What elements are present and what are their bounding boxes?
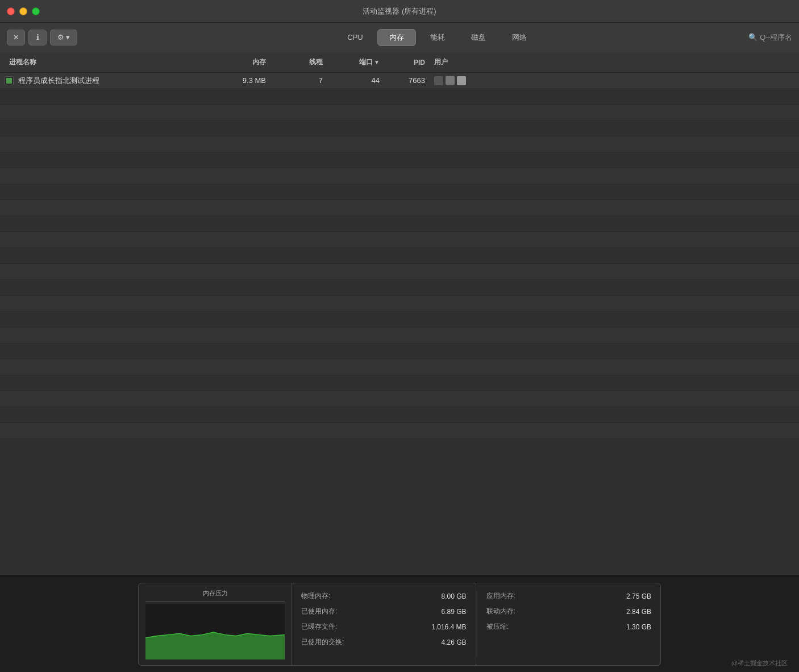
gear-button[interactable]: ⚙ ▾ — [50, 30, 77, 45]
stat-value-compressed: 1.30 GB — [626, 623, 651, 631]
watermark: @稀土掘金技术社区 — [731, 659, 788, 667]
row-checkbox[interactable] — [5, 76, 14, 85]
stat-value-cached: 1,016.4 MB — [431, 623, 466, 631]
stat-compressed: 被压缩: 1.30 GB — [486, 622, 652, 632]
cell-memory: 9.3 MB — [198, 76, 266, 85]
tab-energy[interactable]: 能耗 — [418, 29, 457, 46]
traffic-lights — [7, 7, 40, 15]
col-header-user[interactable]: 用户 — [425, 57, 527, 67]
search-label: Q~程序名 — [760, 32, 792, 43]
chart-divider — [145, 601, 285, 602]
chart-title: 内存压力 — [145, 589, 285, 598]
cell-pid: 7663 — [380, 76, 425, 85]
col-header-ports[interactable]: 端口 ▼ — [323, 57, 380, 67]
svg-marker-0 — [145, 632, 285, 659]
stat-physical-memory: 物理内存: 8.00 GB — [301, 591, 467, 601]
info-icon: ℹ — [36, 33, 39, 42]
fullscreen-button[interactable] — [32, 7, 40, 15]
titlebar: 活动监视器 (所有进程) — [0, 0, 799, 23]
stat-label-used: 已使用内存: — [301, 607, 337, 616]
cell-user — [425, 76, 527, 85]
stat-used-memory: 已使用内存: 6.89 GB — [301, 607, 467, 616]
col-header-memory[interactable]: 内存 — [198, 57, 266, 67]
stats-col-left: 物理内存: 8.00 GB 已使用内存: 6.89 GB 已缓存文件: 1,01… — [292, 583, 476, 665]
cell-threads: 7 — [266, 76, 323, 85]
chart-svg — [145, 604, 285, 659]
table-header: 进程名称 内存 线程 端口 ▼ PID 用户 — [0, 52, 799, 73]
stats-col-right: 应用内存: 2.75 GB 联动内存: 2.84 GB 被压缩: 1.30 GB — [477, 583, 661, 665]
chart-canvas — [145, 604, 285, 659]
stat-value-physical: 8.00 GB — [441, 592, 466, 600]
sort-icon: ▼ — [374, 59, 380, 65]
stat-label-swap: 已使用的交换: — [301, 637, 344, 647]
close-icon: ✕ — [13, 33, 19, 42]
tab-disk[interactable]: 磁盘 — [459, 29, 498, 46]
col-header-name[interactable]: 进程名称 — [5, 57, 198, 67]
search-icon: 🔍 — [748, 33, 758, 42]
toolbar-controls: ✕ ℹ ⚙ ▾ — [7, 30, 77, 45]
user-icon-3 — [457, 76, 466, 85]
search-area[interactable]: 🔍 Q~程序名 — [748, 32, 792, 43]
stat-label-cached: 已缓存文件: — [301, 622, 337, 632]
tab-bar: CPU 内存 能耗 磁盘 网络 — [335, 29, 538, 46]
bottom-panel: 内存压力 物理内存: 8.00 GB 已使 — [0, 575, 799, 672]
gear-icon: ⚙ — [57, 33, 64, 42]
tab-network[interactable]: 网络 — [500, 29, 539, 46]
stat-app-memory: 应用内存: 2.75 GB — [486, 591, 652, 601]
stat-value-wired: 2.84 GB — [626, 608, 651, 616]
stat-label-compressed: 被压缩: — [486, 622, 509, 632]
stat-swap: 已使用的交换: 4.26 GB — [301, 637, 467, 647]
process-name: 程序员成长指北测试进程 — [18, 76, 183, 86]
tab-cpu[interactable]: CPU — [335, 30, 374, 45]
stat-cached-files: 已缓存文件: 1,016.4 MB — [301, 622, 467, 632]
toolbar: ✕ ℹ ⚙ ▾ CPU 内存 能耗 磁盘 网络 🔍 Q~程序名 — [0, 23, 799, 52]
stat-value-app: 2.75 GB — [626, 592, 651, 600]
close-button[interactable] — [7, 7, 15, 15]
stat-label-app: 应用内存: — [486, 591, 515, 601]
info-button[interactable]: ℹ — [28, 30, 47, 45]
col-header-threads[interactable]: 线程 — [266, 57, 323, 67]
minimize-button[interactable] — [19, 7, 27, 15]
empty-rows — [0, 89, 799, 575]
stat-value-used: 6.89 GB — [441, 608, 466, 616]
col-header-pid[interactable]: PID — [380, 59, 425, 67]
table-row[interactable]: 程序员成长指北测试进程 9.3 MB 7 44 7663 — [0, 73, 799, 89]
main-content: 程序员成长指北测试进程 9.3 MB 7 44 7663 — [0, 73, 799, 575]
stat-wired-memory: 联动内存: 2.84 GB — [486, 607, 652, 616]
close-process-button[interactable]: ✕ — [7, 30, 25, 45]
cell-ports: 44 — [323, 76, 380, 85]
user-icon-1 — [434, 76, 443, 85]
stats-container: 内存压力 物理内存: 8.00 GB 已使 — [138, 583, 661, 666]
stat-label-physical: 物理内存: — [301, 591, 330, 601]
user-icon-2 — [446, 76, 455, 85]
checkbox-indicator — [6, 78, 12, 84]
dropdown-icon: ▾ — [66, 33, 70, 42]
window-title: 活动监视器 (所有进程) — [363, 6, 436, 16]
tab-memory[interactable]: 内存 — [377, 29, 416, 46]
stats-area: 物理内存: 8.00 GB 已使用内存: 6.89 GB 已缓存文件: 1,01… — [292, 583, 660, 665]
stat-label-wired: 联动内存: — [486, 607, 515, 616]
memory-pressure-chart: 内存压力 — [139, 583, 292, 665]
stat-value-swap: 4.26 GB — [441, 638, 466, 646]
